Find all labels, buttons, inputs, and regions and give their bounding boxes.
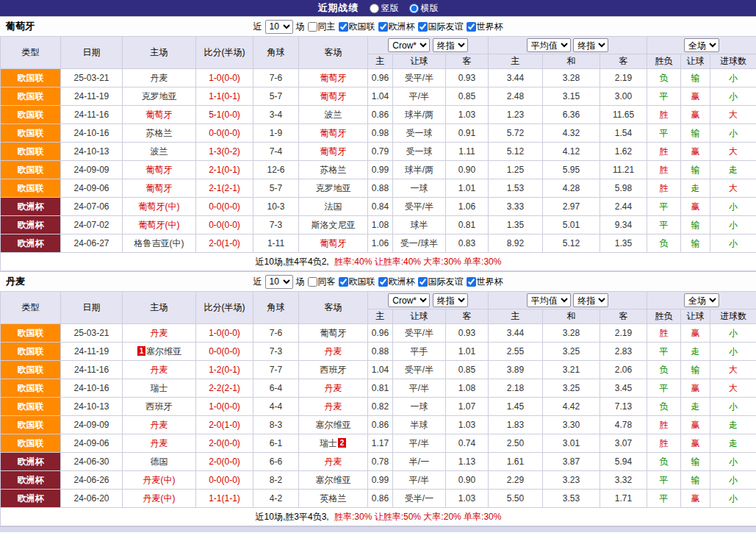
- odds-company-select[interactable]: Crow*: [388, 293, 430, 307]
- competition-cell[interactable]: 欧国联: [1, 379, 61, 398]
- world-cup-checkbox[interactable]: [467, 22, 476, 32]
- score-cell[interactable]: 2-0(1-0): [196, 416, 253, 434]
- team-name[interactable]: 葡萄牙: [320, 73, 347, 83]
- competition-cell[interactable]: 欧国联: [1, 124, 61, 143]
- score-cell[interactable]: 1-1(1-1): [196, 490, 253, 508]
- score-cell[interactable]: 2-1(2-1): [196, 179, 253, 198]
- competition-cell[interactable]: 欧国联: [1, 361, 61, 379]
- world-cup-checkbox[interactable]: [467, 277, 476, 287]
- competition-cell[interactable]: 欧国联: [1, 106, 61, 124]
- score-cell[interactable]: 2-0(1-0): [196, 234, 253, 253]
- team-name[interactable]: 葡萄牙: [320, 146, 347, 157]
- layout-vertical-option[interactable]: 竖版: [370, 2, 399, 15]
- team-name[interactable]: 丹麦: [325, 346, 342, 357]
- same-venue-filter[interactable]: 同主: [308, 21, 336, 33]
- team-name[interactable]: 葡萄牙(中): [139, 220, 180, 230]
- nations-league-checkbox[interactable]: [339, 277, 348, 287]
- comp-filter-world-cup[interactable]: 世界杯: [467, 21, 503, 33]
- competition-cell[interactable]: 欧国联: [1, 343, 61, 361]
- score-cell[interactable]: 1-0(0-0): [196, 324, 253, 343]
- comp-filter-world-cup[interactable]: 世界杯: [467, 276, 503, 288]
- comp-filter-nations-league[interactable]: 欧国联: [339, 276, 375, 288]
- competition-cell[interactable]: 欧国联: [1, 179, 61, 198]
- odds-time-select[interactable]: 终指: [433, 38, 468, 52]
- competition-cell[interactable]: 欧国联: [1, 143, 61, 161]
- competition-cell[interactable]: 欧国联: [1, 87, 61, 106]
- competition-cell[interactable]: 欧洲杯: [1, 216, 61, 234]
- team-name[interactable]: 克罗地亚: [142, 91, 177, 101]
- comp-filter-euro[interactable]: 欧洲杯: [378, 276, 415, 288]
- team-name[interactable]: 丹麦: [325, 383, 342, 393]
- team-name[interactable]: 苏格兰: [320, 165, 347, 175]
- team-name[interactable]: 丹麦: [151, 365, 168, 375]
- team-name[interactable]: 波兰: [325, 110, 342, 120]
- score-cell[interactable]: 1-2(0-1): [196, 361, 253, 379]
- team-name[interactable]: 葡萄牙: [320, 128, 347, 138]
- friendly-checkbox[interactable]: [418, 277, 428, 287]
- same-venue-checkbox[interactable]: [308, 277, 317, 287]
- recent-count-select[interactable]: 10: [265, 275, 293, 289]
- team-name[interactable]: 法国: [325, 201, 342, 212]
- score-cell[interactable]: 2-0(0-0): [196, 453, 253, 471]
- team-name[interactable]: 丹麦: [325, 456, 342, 467]
- team-name[interactable]: 丹麦: [151, 328, 168, 338]
- competition-cell[interactable]: 欧国联: [1, 416, 61, 434]
- team-name[interactable]: 丹麦(中): [143, 475, 176, 485]
- team-name[interactable]: 格鲁吉亚(中): [134, 238, 184, 248]
- team-name[interactable]: 葡萄牙(中): [139, 201, 180, 212]
- competition-cell[interactable]: 欧国联: [1, 398, 61, 416]
- score-cell[interactable]: 0-0(0-0): [196, 471, 253, 490]
- score-cell[interactable]: 1-3(0-2): [196, 143, 253, 161]
- recent-count-select[interactable]: 10: [265, 20, 293, 34]
- competition-cell[interactable]: 欧洲杯: [1, 471, 61, 490]
- comp-filter-nations-league[interactable]: 欧国联: [339, 21, 375, 33]
- euro-checkbox[interactable]: [378, 22, 388, 32]
- score-cell[interactable]: 0-0(0-0): [196, 216, 253, 234]
- odds-company-select[interactable]: Crow*: [388, 38, 430, 52]
- competition-cell[interactable]: 欧国联: [1, 69, 61, 87]
- team-name[interactable]: 克罗地亚: [316, 183, 351, 193]
- team-name[interactable]: 葡萄牙: [320, 328, 347, 338]
- score-cell[interactable]: 0-0(0-0): [196, 198, 253, 216]
- horizontal-radio[interactable]: [409, 4, 419, 13]
- team-name[interactable]: 西班牙: [320, 365, 347, 375]
- team-name[interactable]: 丹麦: [325, 401, 342, 412]
- competition-cell[interactable]: 欧洲杯: [1, 234, 61, 253]
- odds-time-select[interactable]: 终指: [433, 293, 468, 307]
- euro-checkbox[interactable]: [378, 277, 388, 287]
- team-name[interactable]: 葡萄牙: [146, 165, 173, 175]
- team-name[interactable]: 丹麦: [151, 438, 168, 448]
- team-name[interactable]: 德国: [151, 456, 168, 467]
- score-cell[interactable]: 2-0(0-0): [196, 434, 253, 453]
- competition-cell[interactable]: 欧洲杯: [1, 198, 61, 216]
- comp-filter-friendly[interactable]: 国际友谊: [418, 21, 464, 33]
- comp-filter-euro[interactable]: 欧洲杯: [378, 21, 415, 33]
- team-name[interactable]: 波兰: [151, 146, 168, 157]
- score-cell[interactable]: 2-1(0-1): [196, 161, 253, 179]
- vertical-radio[interactable]: [370, 4, 379, 13]
- comp-filter-friendly[interactable]: 国际友谊: [418, 276, 464, 288]
- score-cell[interactable]: 0-0(0-0): [196, 343, 253, 361]
- score-cell[interactable]: 0-0(0-0): [196, 124, 253, 143]
- layout-horizontal-option[interactable]: 横版: [409, 2, 439, 15]
- competition-cell[interactable]: 欧洲杯: [1, 490, 61, 508]
- team-name[interactable]: 葡萄牙: [320, 238, 347, 248]
- score-cell[interactable]: 5-1(0-0): [196, 106, 253, 124]
- team-name[interactable]: 1塞尔维亚: [137, 346, 181, 357]
- team-name[interactable]: 苏格兰: [146, 128, 173, 138]
- competition-cell[interactable]: 欧国联: [1, 434, 61, 453]
- team-name[interactable]: 丹麦(中): [143, 493, 176, 504]
- team-name[interactable]: 塞尔维亚: [316, 475, 351, 485]
- team-name[interactable]: 瑞士2: [320, 438, 347, 448]
- avg-select[interactable]: 平均值: [527, 38, 571, 52]
- team-name[interactable]: 英格兰: [320, 493, 347, 504]
- scope-select[interactable]: 全场: [684, 293, 719, 307]
- competition-cell[interactable]: 欧国联: [1, 161, 61, 179]
- score-cell[interactable]: 1-0(0-0): [196, 69, 253, 87]
- team-name[interactable]: 丹麦: [151, 420, 168, 430]
- team-name[interactable]: 葡萄牙: [320, 91, 347, 101]
- team-name[interactable]: 西班牙: [146, 401, 173, 412]
- nations-league-checkbox[interactable]: [339, 22, 348, 32]
- friendly-checkbox[interactable]: [418, 22, 428, 32]
- team-name[interactable]: 丹麦: [151, 73, 168, 83]
